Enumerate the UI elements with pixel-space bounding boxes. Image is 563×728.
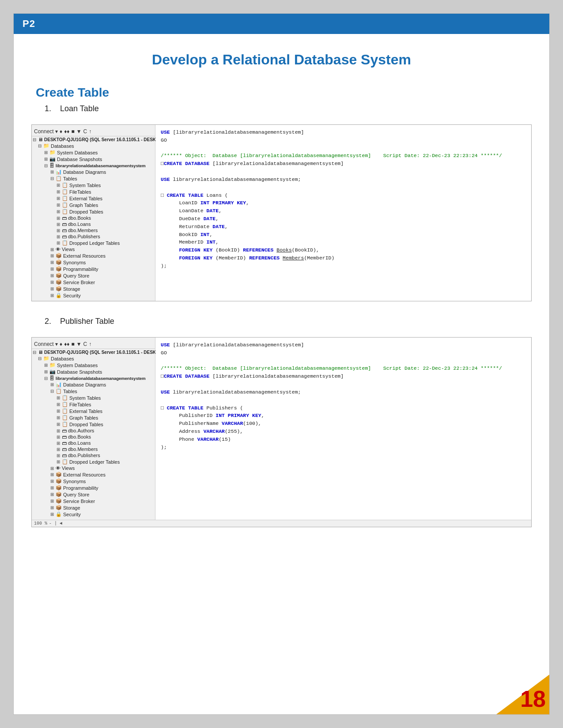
- tree-security-1[interactable]: ⊞ 🔒 Security: [32, 292, 155, 299]
- tree-db-diagrams[interactable]: ⊞ 📊 Database Diagrams: [32, 169, 155, 175]
- tree-root-2[interactable]: ⊟ 🖥 DESKTOP-QJU1GRQ (SQL Server 16.0.110…: [32, 349, 155, 355]
- tree-dbo-publishers-2[interactable]: ⊞ 🗃 dbo.Publishers: [32, 452, 155, 458]
- tree-synonyms-2[interactable]: ⊞ 📦 Synonyms: [32, 478, 155, 484]
- left-panel-2: Connect ▾ ♦ ♦♦ ■ ▼ C ↑ ⊟ 🖥 DESKTOP-QJU1G…: [32, 338, 155, 520]
- toolbar-1: Connect ▾ ♦ ♦♦ ■ ▼ C ↑: [32, 127, 155, 136]
- tree-system-db[interactable]: ⊞ 📁 System Databases: [32, 149, 155, 156]
- tree-graph-tables-2[interactable]: ⊞ 📋 Graph Tables: [32, 414, 155, 421]
- toolbar-2: Connect ▾ ♦ ♦♦ ■ ▼ C ↑: [32, 340, 155, 349]
- tree-qstore-2[interactable]: ⊞ 📦 Query Store: [32, 491, 155, 498]
- tree-dbo-books-2[interactable]: ⊞ 🗃 dbo.Books: [32, 434, 155, 440]
- tree-security-2[interactable]: ⊞ 🔒 Security: [32, 511, 155, 518]
- tree-dbo-loans[interactable]: ⊞ 🗃 dbo.Loans: [32, 221, 155, 227]
- left-panel-1: Connect ▾ ♦ ♦♦ ■ ▼ C ↑ ⊟ 🖥 DESKTOP-QJU1G…: [32, 125, 155, 301]
- server-icon: 🖥: [38, 137, 43, 142]
- page: P2 Develop a Relational Database System …: [13, 13, 550, 715]
- tree-dbo-members[interactable]: ⊞ 🗃 dbo.Members: [32, 227, 155, 233]
- tree-databases-1[interactable]: ⊟ 📁 Databases: [32, 143, 155, 149]
- tree-synonyms-1[interactable]: ⊞ 📦 Synonyms: [32, 259, 155, 266]
- tree-graph-tables[interactable]: ⊞ 📋 Graph Tables: [32, 202, 155, 208]
- tree-dropped-tables-2[interactable]: ⊞ 📋 Dropped Tables: [32, 421, 155, 428]
- tree-sys-tables[interactable]: ⊞ 📋 System Tables: [32, 182, 155, 188]
- sql-panel-1: USE [libraryrelationaldatabasemanagement…: [155, 125, 531, 301]
- tree-dbo-loans-2[interactable]: ⊞ 🗃 dbo.Loans: [32, 440, 155, 446]
- tree-dbo-books[interactable]: ⊞ 🗃 dbo.Books: [32, 215, 155, 221]
- tree-storage-2[interactable]: ⊞ 📦 Storage: [32, 504, 155, 511]
- tree-ext-tables-2[interactable]: ⊞ 📋 External Tables: [32, 408, 155, 414]
- tree-dropped-ledger[interactable]: ⊞ 📋 Dropped Ledger Tables: [32, 240, 155, 246]
- sql-panel-2: USE [libraryrelationaldatabasemanagement…: [155, 338, 531, 520]
- tree-servicebroker-1[interactable]: ⊞ 📦 Service Broker: [32, 279, 155, 285]
- tree-ext-tables[interactable]: ⊞ 📋 External Tables: [32, 195, 155, 202]
- tree-storage-1[interactable]: ⊞ 📦 Storage: [32, 285, 155, 292]
- tree-tables[interactable]: ⊟ 📋 Tables: [32, 175, 155, 182]
- tree-dbo-members-2[interactable]: ⊞ 🗃 dbo.Members: [32, 446, 155, 452]
- tree-dbo-publishers[interactable]: ⊞ 🗃 dbo.Publishers: [32, 233, 155, 240]
- screenshot-1: Connect ▾ ♦ ♦♦ ■ ▼ C ↑ ⊟ 🖥 DESKTOP-QJU1G…: [31, 124, 532, 301]
- tree-databases-2[interactable]: ⊟ 📁 Databases: [32, 355, 155, 362]
- expander: ⊟: [33, 137, 37, 142]
- sub-title-2: 2. Publisher Table: [14, 315, 549, 333]
- section-title: Create Table: [14, 81, 549, 102]
- tree-root-1[interactable]: ⊟ 🖥 DESKTOP-QJU1GRQ (SQL Server 16.0.110…: [32, 136, 155, 143]
- tree-qstore-1[interactable]: ⊞ 📦 Query Store: [32, 272, 155, 279]
- tree-dropped-tables[interactable]: ⊞ 📋 Dropped Tables: [32, 208, 155, 215]
- tree-snapshots[interactable]: ⊞ 📷 Database Snapshots: [32, 156, 155, 162]
- tree-dropped-ledger-2[interactable]: ⊞ 📋 Dropped Ledger Tables: [32, 458, 155, 465]
- tree-prog-1[interactable]: ⊞ 📦 Programmability: [32, 266, 155, 272]
- page-header: P2: [14, 14, 549, 34]
- tree-library-db-1[interactable]: ⊟ 🗄 libraryrelationaldatabasemanagements…: [32, 162, 155, 169]
- tree-views-1[interactable]: ⊞ 👁 Views: [32, 246, 155, 252]
- tree-db-diagrams-2[interactable]: ⊞ 📊 Database Diagrams: [32, 381, 155, 388]
- sub-title-1: 1. Loan Table: [14, 102, 549, 120]
- page-title: Develop a Relational Database System: [14, 34, 549, 81]
- tree-servicebroker-2[interactable]: ⊞ 📦 Service Broker: [32, 498, 155, 504]
- tree-dbo-authors-2[interactable]: ⊞ 🗃 dbo.Authors: [32, 428, 155, 434]
- tree-file-tables-2[interactable]: ⊞ 📋 FileTables: [32, 401, 155, 408]
- tree-ext-resources-1[interactable]: ⊞ 📦 External Resources: [32, 252, 155, 259]
- screenshot-2: Connect ▾ ♦ ♦♦ ■ ▼ C ↑ ⊟ 🖥 DESKTOP-QJU1G…: [31, 337, 532, 527]
- tree-sys-tables-2[interactable]: ⊞ 📋 System Tables: [32, 394, 155, 401]
- header-label: P2: [23, 18, 35, 29]
- page-number: 18: [520, 686, 546, 712]
- tree-tables-2[interactable]: ⊟ 📋 Tables: [32, 388, 155, 394]
- tree-file-tables[interactable]: ⊞ 📋 FileTables: [32, 188, 155, 195]
- tree-snapshots-2[interactable]: ⊞ 📷 Database Snapshots: [32, 368, 155, 375]
- page-number-area: 18: [496, 675, 549, 714]
- zoom-bar: 100 % - | ◄: [32, 520, 531, 527]
- tree-prog-2[interactable]: ⊞ 📦 Programmability: [32, 484, 155, 491]
- tree-views-2[interactable]: ⊞ 👁 Views: [32, 465, 155, 471]
- tree-sys-db-2[interactable]: ⊞ 📁 System Databases: [32, 362, 155, 368]
- tree-ext-resources-2[interactable]: ⊞ 📦 External Resources: [32, 471, 155, 478]
- tree-library-db-2[interactable]: ⊟ 🗄 libraryrelationaldatabasemanagements…: [32, 375, 155, 381]
